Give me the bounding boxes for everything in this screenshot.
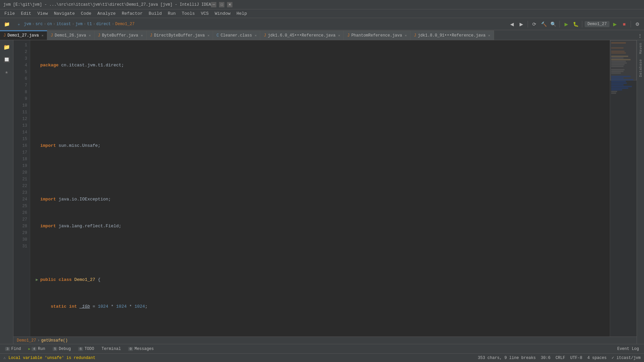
run-debug-button[interactable]: ▶ [562, 20, 570, 28]
left-sidebar: 📁 🔲 ★ [0, 40, 13, 344]
status-warning-text[interactable]: Local variable 'unsafe' is redundant [8, 356, 95, 360]
sidebar-favorites-icon[interactable]: ★ [1, 67, 12, 77]
right-tab-database[interactable]: Database [638, 57, 644, 80]
line-num-27: 27 [13, 216, 27, 223]
run-button[interactable]: ▶ [611, 20, 619, 28]
breadcrumb-src[interactable]: src [36, 22, 43, 26]
breadcrumb-jvm[interactable]: jvm [24, 22, 31, 26]
forward-button[interactable]: ▶ [517, 20, 525, 28]
menu-view[interactable]: View [35, 10, 50, 17]
window-controls[interactable]: ─ □ ✕ [211, 2, 232, 7]
tab-close-icon[interactable]: ✕ [141, 34, 143, 38]
maximize-button[interactable]: □ [219, 2, 224, 7]
menu-edit[interactable]: Edit [18, 10, 34, 17]
status-right: 353 chars, 9 line breaks 30:6 CRLF UTF-8… [478, 355, 641, 360]
tab-bytebuffer[interactable]: J ByteBuffer.java ✕ [95, 31, 147, 40]
bottom-tab-terminal[interactable]: Terminal [98, 344, 124, 353]
bottom-tab-debug[interactable]: 5 Debug [49, 344, 74, 353]
code-line-4: import sun.misc.Unsafe; [34, 142, 610, 149]
sidebar-project-icon[interactable]: 📁 [1, 42, 12, 53]
tab-java-icon: J [414, 33, 416, 38]
title-bar: jvm [E:\git\jvm] - ...\src\cn\itcast\jvm… [0, 0, 644, 9]
sidebar-structure-icon[interactable]: 🔲 [1, 54, 12, 65]
tab-demo1-27[interactable]: J Demo1_27.java ✕ [0, 31, 47, 40]
menu-file[interactable]: File [2, 10, 17, 17]
tab-label-terminal: Terminal [102, 347, 121, 351]
bottom-file-name[interactable]: Demo1_27 [17, 338, 36, 343]
menu-help[interactable]: Help [234, 10, 250, 17]
gutter-11 [34, 330, 40, 337]
line-num-18: 18 [13, 156, 27, 163]
bottom-tab-messages[interactable]: 0 Messages [125, 344, 157, 353]
menu-navigate[interactable]: Navigate [51, 10, 77, 17]
bottom-tab-todo[interactable]: 6 TODO [75, 344, 97, 353]
project-icon[interactable]: 📁 [3, 20, 11, 28]
tab-phantomreference[interactable]: J PhantomReference.java ✕ [344, 31, 410, 40]
code-content[interactable]: package cn.itcast.jvm.t1.direct; import … [30, 40, 610, 337]
tab-label: ByteBuffer.java [102, 33, 138, 38]
menu-tools[interactable]: Tools [179, 10, 198, 17]
tab-overflow-button[interactable]: ⋮ [636, 32, 644, 40]
menu-build[interactable]: Build [146, 10, 164, 17]
refresh-button[interactable]: ⟳ [530, 20, 538, 28]
right-tab-maven[interactable]: Maven [638, 40, 644, 57]
event-log-area: Event Log [614, 346, 642, 352]
tab-class-icon: C [216, 33, 219, 38]
tab-close-icon[interactable]: ✕ [89, 34, 91, 38]
tab-close-icon[interactable]: ✕ [338, 34, 340, 38]
breadcrumb-t1[interactable]: t1 [87, 22, 92, 26]
bottom-tab-run[interactable]: ▶ 4 Run [25, 344, 48, 353]
settings-button[interactable]: ⚙ [633, 20, 641, 28]
back-button[interactable]: ◀ [508, 20, 516, 28]
bottom-tab-find[interactable]: 3 Find [2, 344, 24, 353]
tab-close-icon[interactable]: ✕ [255, 34, 257, 38]
code-container[interactable]: 1 2 3 4 5 6 7 8 9 10 11 12 13 14 15 16 1… [13, 40, 637, 337]
minimize-button[interactable]: ─ [211, 2, 216, 7]
breadcrumb-itcast[interactable]: itcast [56, 22, 71, 26]
tab-reference-jdk6[interactable]: J jdk1.6.0_45•••Reference.java ✕ [260, 31, 344, 40]
search-button[interactable]: 🔍 [549, 20, 557, 28]
tab-num-debug: 5 [53, 347, 58, 351]
breadcrumb-direct[interactable]: direct [96, 22, 111, 26]
menu-run[interactable]: Run [165, 10, 178, 17]
status-position[interactable]: 30:6 [541, 356, 550, 360]
menu-code[interactable]: Code [78, 10, 94, 17]
status-encoding[interactable]: UTF-8 [570, 356, 582, 360]
tab-close-icon[interactable]: ✕ [405, 34, 407, 38]
tab-close-icon[interactable]: ✕ [42, 34, 44, 38]
bottom-toolbar: 3 Find ▶ 4 Run 5 Debug 6 TODO Terminal 0… [0, 344, 644, 353]
gutter-5 [34, 169, 40, 176]
menu-analyze[interactable]: Analyze [95, 10, 118, 17]
tab-demo1-26[interactable]: J Demo1_26.java ✕ [47, 31, 95, 40]
stop-button[interactable]: ■ [620, 20, 628, 28]
menu-window[interactable]: Window [212, 10, 233, 17]
line-num-10: 10 [13, 102, 27, 109]
status-indent[interactable]: 4 spaces [587, 356, 607, 360]
debug-button[interactable]: 🐛 [572, 20, 580, 28]
tab-java-icon: J [150, 33, 152, 38]
status-crlf[interactable]: CRLF [555, 356, 565, 360]
code-line-2 [34, 89, 610, 96]
line-num-3: 3 [13, 55, 27, 62]
tab-directbytebuffer[interactable]: J DirectByteBuffer.java ✕ [147, 31, 213, 40]
tab-label-eventlog: Event Log [617, 347, 639, 351]
code-line-5 [34, 169, 610, 176]
breadcrumb-cn[interactable]: cn [47, 22, 52, 26]
bottom-tab-event-log[interactable]: Event Log [614, 346, 642, 352]
tab-close-icon[interactable]: ✕ [207, 34, 209, 38]
menu-vcs[interactable]: VCS [198, 10, 211, 17]
bottom-method-name[interactable]: getUnsafe() [41, 338, 68, 343]
tab-close-icon[interactable]: ✕ [488, 34, 490, 38]
run-arrow-icon[interactable]: ▶ [36, 277, 38, 283]
build-button[interactable]: 🔨 [540, 20, 548, 28]
breadcrumb-jvm2[interactable]: jvm [75, 22, 83, 26]
tab-reference-jdk8[interactable]: J jdk1.8.0_91•••Reference.java ✕ [411, 31, 494, 40]
line-num-28: 28 [13, 223, 27, 230]
breadcrumb-file[interactable]: Demo1_27 [115, 22, 135, 26]
close-button[interactable]: ✕ [227, 2, 232, 7]
menu-refactor[interactable]: Refactor [119, 10, 145, 17]
run-config-name[interactable]: Demo1_27 [585, 21, 609, 27]
right-sidebar: Maven Database [637, 40, 644, 344]
tab-cleaner[interactable]: C Cleaner.class ✕ [213, 31, 260, 40]
main-area: 📁 🔲 ★ 1 2 3 4 5 6 7 8 9 10 11 12 13 14 1… [0, 40, 644, 344]
